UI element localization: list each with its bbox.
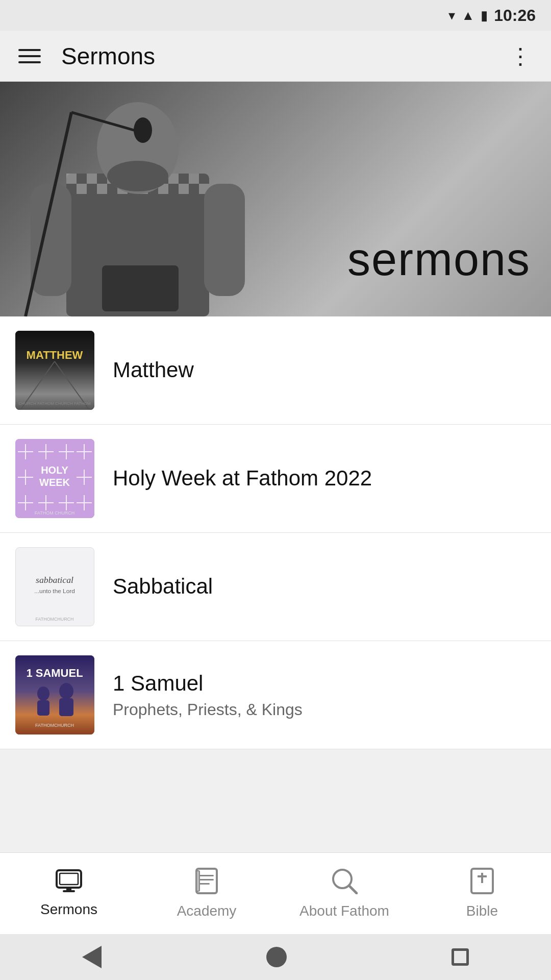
- sermon-item-sabbatical[interactable]: sabbatical ...unto the Lord FATHOMCHURCH…: [0, 533, 551, 641]
- svg-text:FATHOMCHURCH: FATHOMCHURCH: [35, 723, 74, 728]
- svg-point-57: [37, 687, 49, 701]
- svg-rect-60: [59, 698, 73, 716]
- nav-item-sermons[interactable]: Sermons: [0, 861, 138, 926]
- sermon-thumb-1-samuel: 1 SAMUEL FATHOMCHURCH: [15, 655, 94, 734]
- svg-text:sabbatical: sabbatical: [36, 575, 73, 585]
- nav-item-academy[interactable]: Academy: [138, 860, 276, 927]
- more-options-button[interactable]: ⋮: [509, 43, 533, 69]
- bottom-nav: Sermons Academy About Fathom: [0, 852, 551, 934]
- sermon-title-matthew: Matthew: [113, 357, 536, 383]
- svg-text:CHURCH FATHOM CHURCH FATHOM: CHURCH FATHOM CHURCH FATHOM: [18, 401, 91, 406]
- svg-line-73: [349, 886, 357, 893]
- svg-rect-70: [199, 883, 210, 885]
- sermon-item-matthew[interactable]: MATTHEW CHURCH FATHOM CHURCH FATHOM Matt…: [0, 316, 551, 425]
- svg-rect-69: [199, 879, 214, 880]
- svg-rect-58: [37, 700, 49, 716]
- system-nav-bar: [0, 934, 551, 980]
- svg-rect-65: [66, 888, 71, 890]
- svg-rect-13: [179, 184, 189, 194]
- svg-rect-7: [189, 174, 199, 184]
- hero-figure: [0, 82, 286, 316]
- sermons-nav-icon: [56, 869, 82, 896]
- status-time: 10:26: [494, 6, 536, 25]
- about-fathom-nav-icon: [331, 868, 358, 898]
- status-icons: ▾ ▲ ▮ 10:26: [448, 6, 536, 25]
- status-bar: ▾ ▲ ▮ 10:26: [0, 0, 551, 31]
- hero-banner: sermons: [0, 82, 551, 316]
- svg-rect-64: [60, 873, 78, 885]
- sermon-title-holy-week: Holy Week at Fathom 2022: [113, 465, 536, 491]
- sermon-title-1-samuel: 1 Samuel: [113, 671, 536, 696]
- back-button[interactable]: [82, 946, 102, 968]
- wifi-icon: ▾: [448, 8, 455, 23]
- sermon-info-holy-week: Holy Week at Fathom 2022: [113, 465, 536, 491]
- svg-rect-2: [87, 174, 97, 184]
- recents-button[interactable]: [452, 948, 469, 966]
- hero-text: sermons: [347, 233, 531, 286]
- svg-rect-1: [66, 174, 77, 184]
- svg-rect-71: [196, 871, 199, 891]
- page-title: Sermons: [61, 42, 509, 70]
- svg-text:...unto the Lord: ...unto the Lord: [34, 587, 75, 595]
- svg-rect-23: [15, 331, 94, 410]
- sermon-info-matthew: Matthew: [113, 357, 536, 383]
- svg-rect-18: [204, 184, 245, 296]
- nav-item-about-fathom[interactable]: About Fathom: [276, 860, 413, 927]
- sermon-thumb-matthew: MATTHEW CHURCH FATHOM CHURCH FATHOM: [15, 331, 94, 410]
- sermon-title-sabbatical: Sabbatical: [113, 574, 536, 599]
- sermon-item-1-samuel[interactable]: 1 SAMUEL FATHOMCHURCH 1 Samuel Prophets,…: [0, 641, 551, 749]
- hamburger-menu-button[interactable]: [18, 49, 41, 63]
- sermon-subtitle-1-samuel: Prophets, Priests, & Kings: [113, 700, 536, 719]
- signal-icon: ▲: [461, 8, 474, 23]
- svg-rect-68: [199, 875, 214, 876]
- svg-point-59: [59, 683, 73, 699]
- bible-nav-icon: [470, 868, 494, 898]
- bible-nav-label: Bible: [466, 903, 498, 919]
- home-button[interactable]: [266, 947, 287, 967]
- svg-text:FATHOM CHURCH: FATHOM CHURCH: [35, 510, 74, 516]
- svg-point-22: [134, 117, 152, 143]
- svg-point-16: [107, 161, 168, 191]
- svg-rect-9: [97, 184, 107, 194]
- sermon-thumb-sabbatical: sabbatical ...unto the Lord FATHOMCHURCH: [15, 547, 94, 626]
- nav-item-bible[interactable]: Bible: [413, 860, 551, 927]
- svg-rect-52: [16, 548, 94, 626]
- sermon-info-1-samuel: 1 Samuel Prophets, Priests, & Kings: [113, 671, 536, 719]
- battery-icon: ▮: [481, 8, 488, 23]
- sermon-info-sabbatical: Sabbatical: [113, 574, 536, 599]
- svg-rect-8: [77, 184, 87, 194]
- about-fathom-nav-label: About Fathom: [299, 903, 389, 919]
- academy-nav-label: Academy: [177, 903, 237, 919]
- academy-nav-icon: [195, 868, 218, 898]
- sermons-nav-label: Sermons: [40, 901, 97, 918]
- sermon-item-holy-week[interactable]: HOLY WEEK FATHOM CHURCH Holy Week at Fat…: [0, 425, 551, 533]
- svg-text:MATTHEW: MATTHEW: [27, 349, 83, 361]
- sermon-thumb-holy-week: HOLY WEEK FATHOM CHURCH: [15, 439, 94, 518]
- svg-rect-19: [102, 265, 179, 311]
- svg-text:HOLY: HOLY: [41, 464, 68, 476]
- svg-text:FATHOMCHURCH: FATHOMCHURCH: [36, 617, 74, 622]
- svg-text:WEEK: WEEK: [39, 477, 70, 488]
- sermon-list: MATTHEW CHURCH FATHOM CHURCH FATHOM Matt…: [0, 316, 551, 749]
- svg-text:1 SAMUEL: 1 SAMUEL: [26, 667, 83, 679]
- svg-rect-66: [63, 890, 75, 892]
- app-bar: Sermons ⋮: [0, 31, 551, 82]
